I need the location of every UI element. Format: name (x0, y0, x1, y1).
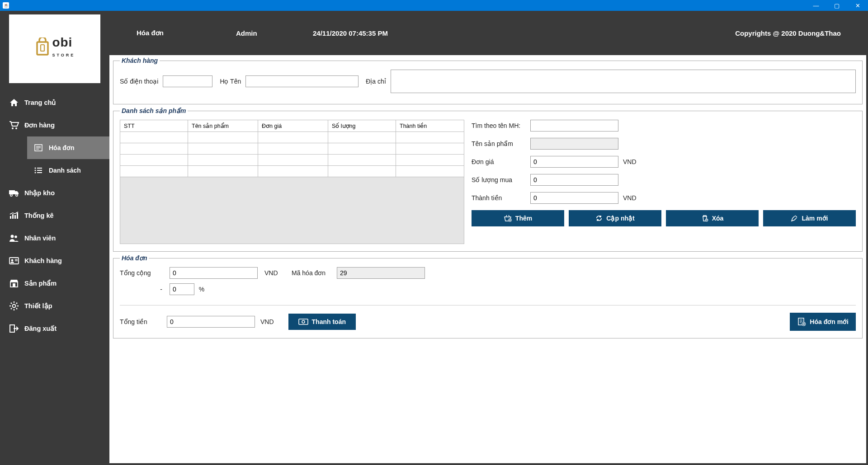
col-stt[interactable]: STT (120, 120, 188, 132)
cash-icon (298, 318, 308, 325)
pname-label: Tên sản phẩm (472, 140, 526, 147)
search-label: Tìm theo tên MH: (472, 122, 526, 129)
page-title: Hóa đơn (137, 29, 200, 37)
people-icon (8, 233, 20, 243)
header-datetime: 24/11/2020 07:45:35 PM (313, 29, 388, 37)
sidebar-item-stats[interactable]: Thống kê (0, 204, 109, 227)
sidebar-item-label: Thống kê (24, 212, 54, 219)
qty-label: Số lượng mua (472, 176, 526, 183)
delete-button[interactable]: Xóa (666, 210, 759, 226)
reset-button[interactable]: Làm mới (763, 210, 856, 226)
add-button[interactable]: Thêm (472, 210, 564, 226)
sidebar-item-label: Nhập kho (24, 189, 55, 197)
code-field (337, 267, 425, 279)
total-input[interactable] (167, 316, 255, 328)
svg-point-16 (16, 194, 18, 196)
sidebar-item-label: Thiết lập (24, 302, 52, 310)
svg-point-2 (12, 127, 14, 129)
total-unit: VND (260, 318, 274, 325)
svg-line-37 (11, 308, 12, 309)
svg-rect-0 (37, 42, 48, 55)
sidebar-item-label: Nhân viên (24, 235, 56, 242)
button-label: Hóa đơn mới (810, 318, 849, 325)
chart-icon (8, 211, 20, 221)
close-button[interactable]: ✕ (847, 0, 868, 11)
logo: obi STORE (9, 14, 100, 83)
phone-input[interactable] (163, 75, 212, 87)
svg-line-36 (16, 303, 17, 304)
sidebar-item-label: Sản phẩm (24, 280, 57, 287)
discount-input[interactable] (170, 283, 194, 295)
invoice-group: Hóa đơn Tổng cộng VND Mã hóa đơn - % Tổn… (113, 254, 863, 338)
sidebar-item-customers[interactable]: Khách hàng (0, 249, 109, 272)
id-card-icon (8, 256, 20, 266)
sidebar-item-logout[interactable]: Đăng xuất (0, 317, 109, 340)
search-input[interactable] (530, 120, 618, 132)
discount-label: - (120, 286, 165, 293)
subtotal-unit: VND (264, 269, 287, 277)
product-list-legend: Danh sách sản phẩm (120, 107, 188, 114)
svg-line-35 (16, 308, 17, 309)
sidebar-item-import[interactable]: Nhập kho (0, 182, 109, 204)
button-label: Làm mới (802, 215, 828, 222)
col-name[interactable]: Tên sản phẩm (188, 120, 258, 132)
svg-point-8 (35, 168, 36, 169)
svg-point-29 (13, 305, 16, 308)
invoice-legend: Hóa đơn (120, 254, 149, 262)
table-row[interactable] (120, 143, 464, 155)
address-input[interactable] (391, 70, 856, 93)
gear-icon (8, 301, 20, 311)
sidebar-subitem-list[interactable]: Danh sách (27, 159, 109, 182)
svg-rect-28 (13, 283, 15, 287)
svg-rect-17 (10, 216, 11, 219)
subtotal-input[interactable] (170, 267, 258, 279)
sidebar-item-orders[interactable]: Đơn hàng (0, 114, 109, 136)
subtotal-label: Tổng cộng (120, 269, 165, 277)
linetotal-unit: VND (623, 194, 677, 202)
col-qty[interactable]: Số lượng (328, 120, 396, 132)
phone-label: Số điện thoại (120, 78, 158, 85)
button-label: Thanh toán (312, 318, 346, 325)
minimize-button[interactable]: — (806, 0, 826, 11)
name-input[interactable] (245, 75, 359, 87)
sidebar-item-settings[interactable]: Thiết lập (0, 295, 109, 317)
maximize-button[interactable]: ▢ (826, 0, 847, 11)
new-invoice-button[interactable]: Hóa đơn mới (790, 313, 856, 331)
linetotal-label: Thành tiền (472, 194, 526, 202)
col-price[interactable]: Đơn giá (258, 120, 328, 132)
qty-input[interactable] (530, 174, 618, 186)
svg-rect-1 (41, 45, 44, 51)
button-label: Cập nhật (606, 215, 634, 222)
sidebar-item-products[interactable]: Sản phẩm (0, 272, 109, 295)
table-row[interactable] (120, 166, 464, 177)
button-label: Xóa (712, 215, 724, 222)
svg-rect-41 (299, 319, 308, 324)
price-input[interactable] (530, 156, 618, 168)
linetotal-input[interactable] (530, 192, 618, 204)
logout-icon (8, 324, 20, 333)
sidebar-item-staff[interactable]: Nhân viên (0, 227, 109, 249)
table-row[interactable] (120, 155, 464, 166)
svg-point-42 (302, 320, 305, 323)
header-user: Admin (236, 29, 277, 37)
svg-point-21 (11, 235, 14, 238)
sidebar-item-label: Trang chủ (24, 99, 56, 106)
table-empty-area (120, 177, 464, 244)
sidebar: obi STORE Trang chủ Đơn hàng Hóa đơn (0, 11, 109, 465)
store-icon (8, 278, 20, 288)
col-total[interactable]: Thành tiền (396, 120, 464, 132)
java-icon: ☕ (3, 2, 9, 9)
home-icon (8, 98, 20, 108)
update-button[interactable]: Cập nhật (569, 210, 661, 226)
pay-button[interactable]: Thanh toán (288, 314, 356, 330)
broom-icon (791, 215, 798, 222)
svg-point-3 (15, 127, 17, 129)
table-row[interactable] (120, 132, 464, 143)
sidebar-item-home[interactable]: Trang chủ (0, 91, 109, 114)
product-table[interactable]: STT Tên sản phẩm Đơn giá Số lượng Thành … (120, 120, 464, 177)
svg-point-12 (35, 172, 36, 174)
price-label: Đơn giá (472, 158, 526, 165)
sidebar-item-label: Khách hàng (24, 257, 62, 264)
sidebar-subitem-invoice[interactable]: Hóa đơn (27, 136, 109, 159)
svg-point-24 (11, 259, 14, 262)
